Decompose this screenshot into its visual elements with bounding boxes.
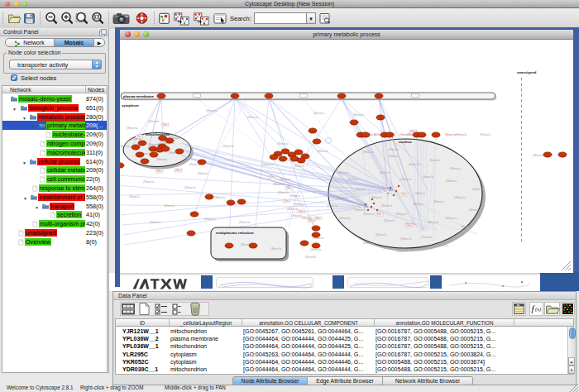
- svg-text:(Show la: (Show la: [400, 178, 411, 181]
- svg-text:(Show la: (Show la: [376, 233, 386, 237]
- svg-text:(Show la: (Show la: [347, 178, 358, 181]
- svg-text:(Show la: (Show la: [277, 142, 288, 146]
- svg-text:(Sho l: (Sho l: [407, 224, 414, 227]
- svg-text:(Show la: (Show la: [294, 203, 304, 206]
- svg-text:(Show la: (Show la: [239, 221, 250, 224]
- svg-text:(Show la: (Show la: [150, 221, 160, 224]
- svg-text:(Show la: (Show la: [313, 112, 324, 115]
- svg-text:(Show la: (Show la: [338, 171, 349, 174]
- svg-text:(Show la: (Show la: [247, 116, 258, 119]
- svg-text:(Show la: (Show la: [270, 247, 281, 251]
- svg-text:(Show la: (Show la: [371, 196, 382, 199]
- svg-text:(Show la: (Show la: [433, 200, 444, 203]
- svg-text:(Show la: (Show la: [480, 133, 490, 136]
- svg-text:(Sho l: (Sho l: [162, 123, 169, 127]
- svg-text:(Show la: (Show la: [363, 151, 374, 154]
- svg-text:(Show la: (Show la: [148, 143, 159, 146]
- svg-text:(Show la: (Show la: [438, 244, 448, 247]
- svg-text:(Show la: (Show la: [446, 217, 457, 220]
- svg-text:(Show la: (Show la: [310, 248, 321, 251]
- svg-text:(Sho l: (Sho l: [156, 170, 163, 173]
- svg-text:(Show la: (Show la: [414, 192, 425, 195]
- svg-text:(Show la: (Show la: [445, 133, 456, 136]
- svg-text:(Show la: (Show la: [363, 241, 374, 245]
- svg-text:(Show la: (Show la: [305, 256, 316, 259]
- svg-text:(Show la: (Show la: [446, 179, 457, 183]
- svg-text:(Show la: (Show la: [317, 150, 328, 153]
- svg-text:(Show la: (Show la: [156, 158, 167, 161]
- svg-text:(Show la: (Show la: [353, 113, 364, 117]
- svg-text:(Show la: (Show la: [143, 180, 154, 184]
- svg-text:(Sho l: (Sho l: [136, 135, 143, 138]
- svg-text:(Show la: (Show la: [204, 218, 215, 221]
- svg-text:(Show la: (Show la: [290, 194, 300, 198]
- svg-text:(Show la: (Show la: [214, 196, 225, 199]
- svg-text:(Show la: (Show la: [421, 236, 432, 239]
- svg-text:cytoplasm: cytoplasm: [122, 103, 139, 108]
- svg-text:(Show la: (Show la: [327, 204, 337, 208]
- svg-text:(Show la: (Show la: [355, 188, 366, 191]
- svg-text:unassigned: unassigned: [517, 70, 537, 74]
- svg-text:(Show la: (Show la: [363, 213, 374, 216]
- svg-text:(Sho l: (Sho l: [315, 217, 322, 220]
- svg-text:(Sho l: (Sho l: [284, 199, 290, 203]
- svg-text:mitochondrion: mitochondrion: [146, 132, 170, 136]
- svg-text:(Show la: (Show la: [450, 167, 461, 170]
- svg-text:(Show la: (Show la: [388, 155, 399, 158]
- svg-text:(Sho l: (Sho l: [420, 227, 427, 231]
- svg-text:(Show la: (Show la: [294, 165, 304, 168]
- svg-text:(Show la: (Show la: [129, 195, 140, 198]
- svg-text:(Show la: (Show la: [428, 221, 438, 224]
- svg-text:(Sho l: (Sho l: [357, 206, 364, 209]
- svg-text:(Sho l: (Sho l: [270, 175, 276, 179]
- svg-text:(Show la: (Show la: [423, 175, 433, 179]
- svg-text:(Show la: (Show la: [278, 191, 289, 194]
- svg-text:(Show la: (Show la: [461, 225, 471, 228]
- svg-text:(Show la: (Show la: [273, 183, 284, 186]
- svg-text:(Show la: (Show la: [380, 171, 390, 174]
- svg-text:(Sho l: (Sho l: [286, 186, 293, 189]
- svg-text:(Sho l: (Sho l: [175, 169, 182, 172]
- svg-text:(Show la: (Show la: [262, 163, 273, 166]
- svg-text:(Show la: (Show la: [472, 188, 483, 191]
- svg-text:(Show la: (Show la: [223, 145, 233, 148]
- svg-text:(Show la: (Show la: [533, 154, 543, 157]
- svg-text:(Show la: (Show la: [413, 203, 423, 206]
- svg-text:(Sho l: (Sho l: [309, 219, 315, 222]
- svg-text:(Show la: (Show la: [400, 237, 411, 241]
- svg-text:(Show la: (Show la: [184, 186, 195, 189]
- svg-text:(Show la: (Show la: [339, 217, 350, 220]
- svg-text:(Sho l: (Sho l: [401, 193, 408, 196]
- svg-text:(Show la: (Show la: [337, 196, 347, 199]
- svg-text:(Show la: (Show la: [164, 204, 175, 208]
- svg-text:(Sho l: (Sho l: [299, 210, 305, 213]
- svg-text:(Sho l: (Sho l: [376, 213, 383, 216]
- svg-text:(Show la: (Show la: [454, 196, 465, 199]
- svg-text:(Show la: (Show la: [206, 109, 217, 112]
- svg-text:(x): (x): [535, 306, 541, 313]
- svg-text:(Show la: (Show la: [469, 208, 480, 212]
- svg-text:(Show la: (Show la: [384, 219, 395, 222]
- svg-text:endoplasmic reticulum: endoplasmic reticulum: [216, 231, 254, 235]
- svg-text:(Show la: (Show la: [388, 148, 399, 151]
- svg-text:(Show la: (Show la: [280, 178, 290, 181]
- svg-text:(Show la: (Show la: [148, 120, 159, 123]
- svg-text:(Show la: (Show la: [291, 214, 302, 218]
- svg-text:(Show la: (Show la: [120, 145, 130, 148]
- svg-text:(Show la: (Show la: [429, 159, 440, 162]
- svg-text:(Show la: (Show la: [456, 133, 467, 136]
- svg-text:(Show la: (Show la: [396, 213, 407, 216]
- svg-text:(Sho l: (Sho l: [382, 189, 389, 193]
- svg-text:(Show la: (Show la: [287, 208, 298, 211]
- svg-text:(Show la: (Show la: [198, 172, 208, 175]
- svg-text:plasma membrane: plasma membrane: [123, 94, 154, 98]
- svg-text:(Show la: (Show la: [396, 250, 407, 253]
- svg-text:(Show la: (Show la: [381, 204, 392, 208]
- svg-text:(Show la: (Show la: [127, 127, 137, 130]
- svg-text:(Show la: (Show la: [409, 163, 419, 166]
